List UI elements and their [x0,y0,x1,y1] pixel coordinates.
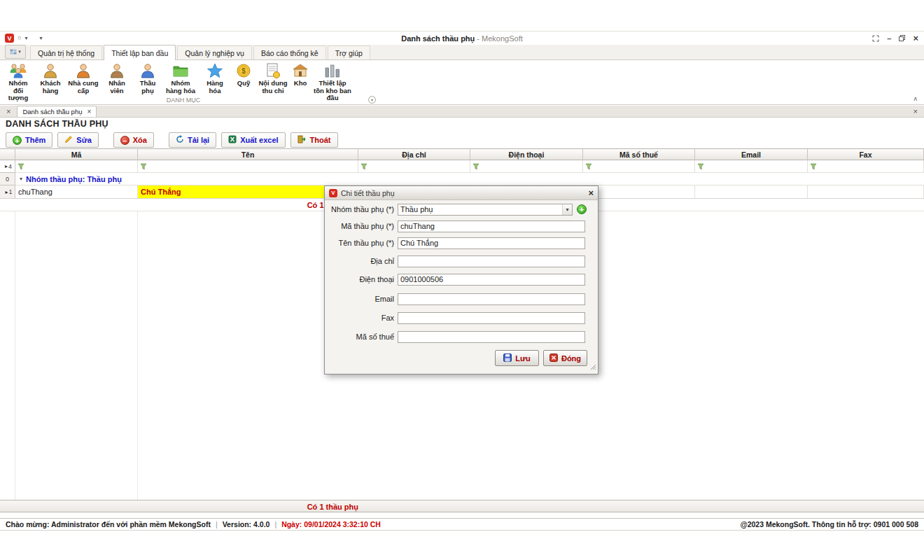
quick-access-customize-icon[interactable]: ▾ [39,36,42,41]
nhom-thau-phu-combo[interactable]: Thầu phụ ▾ [398,204,573,216]
column-header-email[interactable]: Email [695,149,808,160]
field-row-ma-so-thue: Mã số thuế [325,330,585,343]
save-button[interactable]: Lưu [495,350,539,366]
chevron-down-icon: ▾ [18,49,21,55]
tab-danh-sach-thau-phu[interactable]: Danh sách thầu phụ × [17,106,97,117]
product-icon [206,62,223,79]
close-document-icon[interactable]: × [913,107,918,115]
ribbon-tab-quan-ly-nghiep-vu[interactable]: Quản lý nghiệp vụ [177,46,252,59]
refresh-icon [176,135,184,145]
ribbon-item-khach-hang[interactable]: Khách hàng [35,62,66,95]
ribbon-item-kho[interactable]: Kho [290,62,311,88]
ribbon-tab-bar: ▾ Quản trị hệ thống Thiết lập ban đầu Qu… [0,45,924,60]
filter-cell-ma-so-thue[interactable] [583,160,695,173]
field-label: Địa chỉ [325,257,394,265]
filter-cell-ten[interactable] [138,160,358,173]
group-people-icon [9,62,27,79]
email-input[interactable] [398,293,585,305]
column-header-dien-thoai[interactable]: Điện thoại [470,149,583,160]
group-label: Nhóm thầu phụ: Thầu phụ [26,175,122,183]
cell-fax[interactable] [808,186,924,199]
exit-button[interactable]: Thoát [290,132,338,148]
cell-ma-so-thue[interactable] [583,186,695,199]
data-row-indicator: ▸1 [0,186,15,199]
ribbon-tab-quan-tri-he-thong[interactable]: Quản trị hệ thống [30,46,102,59]
window-title: Danh sách thầu phụ - MekongSoft [0,34,924,43]
warehouse-icon [292,62,309,79]
ribbon-tab-tro-giup[interactable]: Trợ giúp [328,46,370,59]
status-bar: Chào mừng: Administrator đến với phần mề… [0,518,924,531]
fullscreen-icon[interactable] [872,35,879,42]
add-button[interactable]: + Thêm [6,132,52,148]
cell-ma[interactable]: chuThang [15,186,138,199]
circle-icon[interactable]: ○ [18,35,21,41]
filter-icon [697,163,704,170]
field-row-dia-chi: Địa chỉ [325,255,585,267]
ribbon-tab-bao-cao-thong-ke[interactable]: Báo cáo thống kê [253,46,326,59]
ribbon-item-nha-cung-cap[interactable]: Nhà cung cấp [66,62,101,95]
quick-access-toolbar: V ○ ▾ ▾ [0,34,42,43]
resize-grip[interactable] [590,363,596,372]
minimize-button[interactable]: – [887,34,891,43]
close-all-tabs-icon[interactable]: × [6,108,10,115]
close-button[interactable]: × [913,33,918,43]
group-row-indicator: 0 [0,173,15,186]
field-row-fax: Fax [325,312,585,324]
filter-cell-ma[interactable] [15,160,138,173]
ribbon-app-menu-button[interactable]: ▾ [5,45,26,59]
edit-button[interactable]: Sửa [57,132,98,148]
ribbon-tab-thiet-lap-ban-dau[interactable]: Thiết lập ban đầu [104,45,176,60]
filter-cell-email[interactable] [695,160,808,173]
receipt-content-icon [265,62,281,79]
ribbon-item-thau-phu[interactable]: Thầu phụ [133,62,162,95]
group-launcher-icon[interactable]: ▾ [368,96,376,104]
cell-email[interactable] [695,186,808,199]
filter-cell-dia-chi[interactable] [358,160,470,173]
ribbon-item-nhan-vien[interactable]: Nhân viên [101,62,133,95]
initial-stock-icon [323,62,342,79]
dialog-close-icon[interactable]: × [588,188,594,197]
ma-so-thue-input[interactable] [398,331,585,343]
dia-chi-input[interactable] [398,255,585,267]
add-group-button[interactable]: + [577,204,587,214]
ribbon-item-noi-dung-thu-chi[interactable]: Nội dung thu chi [256,62,290,95]
fax-input[interactable] [398,312,585,324]
dien-thoai-input[interactable] [398,274,585,286]
restore-button[interactable] [899,35,905,41]
reload-button[interactable]: Tải lại [169,132,216,148]
ribbon-item-nhom-hang-hoa[interactable]: Nhóm hàng hóa [162,62,199,95]
column-header-ten[interactable]: Tên [138,149,358,160]
app-logo-icon[interactable]: V [5,34,14,43]
filter-cell-fax[interactable] [808,160,924,173]
version-text: Version: 4.0.0 [223,520,270,528]
dialog-close-button[interactable]: Đóng [543,350,587,366]
ribbon-item-hang-hoa[interactable]: Hàng hóa [199,62,231,95]
subcontractor-icon [140,62,155,79]
chevron-down-icon[interactable]: ▾ [562,204,572,215]
column-header-ma[interactable]: Mã [15,149,138,160]
filter-cell-dien-thoai[interactable] [470,160,583,173]
chevron-down-icon[interactable]: ▾ [24,36,27,41]
grid-footer-row: Có 1 thầu phụ [0,500,924,512]
grid-group-row[interactable]: 0 ▾ Nhóm thầu phụ: Thầu phụ [0,173,924,186]
date-text: Ngày: 09/01/2024 3:32:10 CH [281,520,381,528]
delete-button[interactable]: – Xóa [113,132,154,148]
column-header-ma-so-thue[interactable]: Mã số thuế [583,149,695,160]
export-excel-button[interactable]: Xuất excel [221,132,285,148]
ribbon-item-quy[interactable]: $ Quỹ [231,62,256,88]
field-label: Email [325,295,394,303]
column-header-dia-chi[interactable]: Địa chỉ [358,149,470,160]
ribbon-collapse-icon[interactable]: ∧ [913,95,918,102]
customer-icon [43,62,58,79]
title-bar: V ○ ▾ ▾ Danh sách thầu phụ - MekongSoft … [0,31,924,45]
fund-icon: $ [235,62,252,79]
group-expand-icon[interactable]: ▾ [20,176,22,182]
dialog-title-bar[interactable]: V Chi tiết thầu phụ × [325,186,598,200]
tab-close-icon[interactable]: × [87,108,91,115]
ten-thau-phu-input[interactable] [398,237,585,249]
grid-filter-row: ▸4 [0,160,924,173]
page-title: DANH SÁCH THẦU PHỤ [0,118,924,129]
column-header-fax[interactable]: Fax [808,149,924,160]
ma-thau-phu-input[interactable] [398,220,585,232]
field-row-dien-thoai: Điện thoại [325,273,585,286]
